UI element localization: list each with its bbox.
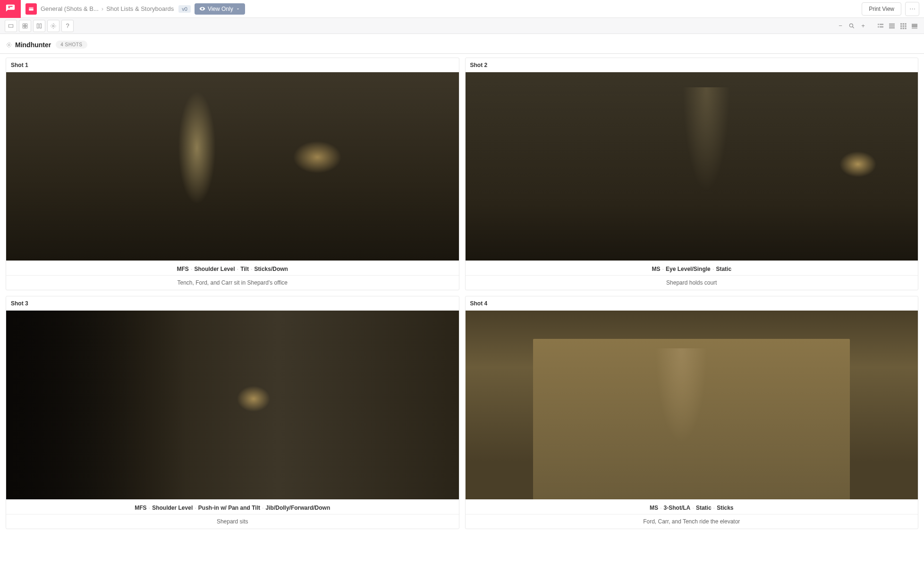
zoom-in-button[interactable]: + bbox=[859, 22, 867, 30]
zoom-out-button[interactable]: − bbox=[836, 22, 845, 30]
tool-settings-button[interactable] bbox=[47, 20, 59, 32]
tool-help-button[interactable]: ? bbox=[61, 20, 74, 32]
shot-card[interactable]: Shot 1MFS·Shoulder Level·Tilt·Sticks/Dow… bbox=[6, 58, 459, 290]
view-mode-label: View Only bbox=[208, 6, 233, 12]
svg-rect-11 bbox=[880, 24, 883, 25]
dot-separator: · bbox=[712, 265, 714, 272]
layout-grid-button[interactable] bbox=[899, 21, 908, 31]
list-icon bbox=[877, 22, 884, 30]
tiles-icon bbox=[899, 22, 907, 30]
svg-rect-15 bbox=[889, 25, 895, 26]
scene-image bbox=[6, 72, 459, 261]
layout-rows-button[interactable] bbox=[887, 21, 897, 31]
clapper-icon bbox=[28, 6, 34, 12]
shot-thumbnail[interactable] bbox=[466, 72, 918, 261]
shot-meta: MS·3-Shot/LA·Static·Sticks bbox=[466, 499, 918, 514]
dot-separator: · bbox=[713, 504, 715, 511]
svg-rect-5 bbox=[37, 24, 39, 28]
svg-rect-25 bbox=[905, 27, 906, 29]
svg-rect-21 bbox=[903, 25, 904, 26]
shot-thumbnail[interactable] bbox=[466, 311, 918, 499]
dot-separator: · bbox=[662, 265, 664, 272]
version-badge[interactable]: v0 bbox=[178, 5, 191, 13]
shot-thumbnail[interactable] bbox=[6, 311, 459, 499]
shot-meta: MS·Eye Level/Single·Static bbox=[466, 261, 918, 276]
svg-rect-24 bbox=[903, 27, 904, 29]
zoom-controls: − + bbox=[836, 22, 867, 30]
app-logo[interactable] bbox=[0, 0, 21, 18]
dot-separator: · bbox=[251, 265, 253, 272]
screen-icon bbox=[911, 22, 918, 30]
shot-meta: MFS·Shoulder Level·Push-in w/ Pan and Ti… bbox=[6, 499, 459, 514]
svg-rect-22 bbox=[905, 25, 906, 26]
more-menu-button[interactable]: ⋯ bbox=[905, 2, 919, 16]
shot-tag: Jib/Dolly/Forward/Down bbox=[266, 505, 331, 511]
svg-rect-23 bbox=[900, 27, 902, 29]
svg-rect-18 bbox=[903, 23, 904, 25]
shot-tag: Sticks bbox=[717, 505, 733, 511]
layout-list-button[interactable] bbox=[876, 21, 885, 31]
view-mode-button[interactable]: View Only bbox=[195, 3, 245, 15]
svg-rect-13 bbox=[880, 26, 883, 27]
shot-card[interactable]: Shot 3MFS·Shoulder Level·Push-in w/ Pan … bbox=[6, 296, 459, 529]
tool-columns-button[interactable] bbox=[33, 20, 45, 32]
shot-card[interactable]: Shot 2MS·Eye Level/Single·StaticShepard … bbox=[465, 58, 919, 290]
dot-separator: · bbox=[191, 265, 193, 272]
page-header: Mindhunter 4 SHOTS bbox=[0, 34, 924, 54]
dot-separator: · bbox=[262, 504, 264, 511]
grid-icon bbox=[22, 23, 28, 29]
shot-tag: 3-Shot/LA bbox=[664, 505, 691, 511]
shot-description: Tench, Ford, and Carr sit in Shepard's o… bbox=[6, 276, 459, 290]
scene-image bbox=[466, 311, 918, 499]
shot-card[interactable]: Shot 4MS·3-Shot/LA·Static·SticksFord, Ca… bbox=[465, 296, 919, 529]
print-view-button[interactable]: Print View bbox=[862, 2, 901, 16]
shot-count-badge: 4 SHOTS bbox=[56, 41, 87, 49]
layout-controls bbox=[876, 21, 919, 31]
layout-present-button[interactable] bbox=[910, 21, 919, 31]
rectangle-icon bbox=[8, 23, 14, 29]
svg-rect-12 bbox=[878, 26, 879, 27]
chevron-down-icon bbox=[236, 7, 240, 11]
shot-tag: Shoulder Level bbox=[195, 266, 235, 272]
shot-meta: MFS·Shoulder Level·Tilt·Sticks/Down bbox=[6, 261, 459, 276]
minus-icon: − bbox=[839, 22, 842, 29]
svg-rect-16 bbox=[889, 27, 895, 28]
dot-separator: · bbox=[692, 504, 694, 511]
zoom-fit-button[interactable] bbox=[848, 22, 856, 30]
shot-tag: Eye Level/Single bbox=[666, 266, 711, 272]
shot-tag: MS bbox=[652, 266, 660, 272]
svg-rect-26 bbox=[912, 24, 917, 27]
shot-tag: MFS bbox=[177, 266, 189, 272]
toolbar: ? − + bbox=[0, 18, 924, 34]
tool-aspect-button[interactable] bbox=[5, 20, 17, 32]
shots-grid: Shot 1MFS·Shoulder Level·Tilt·Sticks/Dow… bbox=[0, 58, 924, 539]
magnifier-icon bbox=[848, 23, 855, 29]
breadcrumb-item-0[interactable]: General (Shots & B... bbox=[41, 5, 99, 12]
shot-thumbnail[interactable] bbox=[6, 72, 459, 261]
project-icon[interactable] bbox=[25, 3, 37, 15]
dot-separator: · bbox=[149, 504, 151, 511]
page-gear-icon[interactable] bbox=[6, 42, 12, 48]
dot-separator: · bbox=[660, 504, 662, 511]
svg-rect-0 bbox=[8, 25, 13, 27]
shot-tag: MFS bbox=[135, 505, 146, 511]
svg-point-8 bbox=[849, 24, 853, 27]
topbar: General (Shots & B... › Shot Lists & Sto… bbox=[0, 0, 924, 18]
svg-rect-4 bbox=[25, 26, 27, 28]
svg-rect-20 bbox=[900, 25, 902, 26]
shot-tag: Sticks/Down bbox=[254, 266, 288, 272]
shot-description: Shepard sits bbox=[6, 514, 459, 529]
shot-tag: MS bbox=[650, 505, 658, 511]
breadcrumb-item-1[interactable]: Shot Lists & Storyboards bbox=[106, 5, 174, 12]
breadcrumb-separator: › bbox=[102, 5, 103, 12]
rows-icon bbox=[888, 22, 896, 30]
svg-line-9 bbox=[853, 26, 854, 28]
shot-label: Shot 2 bbox=[466, 58, 918, 72]
scene-image bbox=[466, 72, 918, 261]
svg-point-7 bbox=[52, 25, 54, 27]
shot-description: Ford, Carr, and Tench ride the elevator bbox=[466, 514, 918, 529]
shot-tag: Tilt bbox=[240, 266, 249, 272]
tool-grid-button[interactable] bbox=[19, 20, 31, 32]
shot-label: Shot 3 bbox=[6, 296, 459, 311]
shot-tag: Static bbox=[716, 266, 731, 272]
